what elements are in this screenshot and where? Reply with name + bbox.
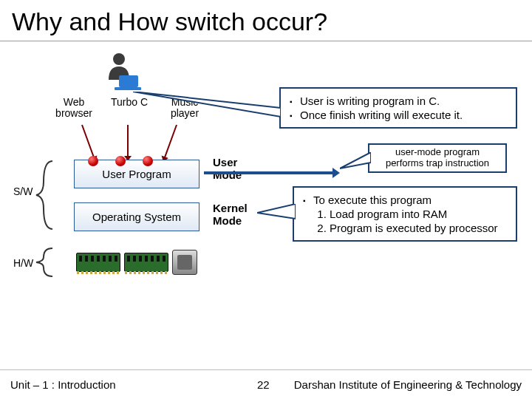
footer-institute: Darshan Institute of Engineering & Techn… xyxy=(294,378,522,391)
arrow-turbo-to-box xyxy=(127,125,129,157)
svg-marker-4 xyxy=(340,152,371,168)
box-user-program-label: User Program xyxy=(102,168,171,180)
arrow-music-to-box xyxy=(164,125,177,159)
ram-icon xyxy=(76,253,120,272)
app-web-browser: Web browser xyxy=(52,97,96,120)
callout-text: To execute this program xyxy=(303,194,510,206)
box-user-program: User Program xyxy=(74,160,200,188)
svg-marker-3 xyxy=(133,92,281,117)
callout-trap: user-mode program performs trap instruct… xyxy=(368,143,507,173)
callout-text: Once finish writing will execute it. xyxy=(290,109,510,121)
user-at-laptop-icon xyxy=(100,50,144,95)
callout-text: performs trap instruction xyxy=(375,158,499,169)
dot-icon xyxy=(88,156,98,166)
box-operating-system: Operating System xyxy=(74,202,200,231)
footer: Unit – 1 : Introduction 22 Darshan Insti… xyxy=(0,369,532,399)
footer-unit: Unit – 1 : Introduction xyxy=(10,378,116,391)
callout-execute: To execute this program Load program int… xyxy=(293,186,517,242)
diagram-stage: Web browser Turbo C Music player User Pr… xyxy=(0,41,532,359)
ram-icon xyxy=(124,253,168,272)
page-title: Why and How switch occur? xyxy=(0,0,532,41)
callout-text: User is writing program in C. xyxy=(290,95,510,107)
label-user-mode: User Mode xyxy=(213,157,254,181)
callout-writing-c: User is writing program in C. Once finis… xyxy=(279,87,517,129)
brace-sw-icon xyxy=(33,160,55,231)
callout-text: Load program into RAM xyxy=(330,208,510,220)
callout-tail-icon xyxy=(257,204,296,223)
cpu-icon xyxy=(172,250,197,275)
svg-rect-2 xyxy=(115,87,141,90)
footer-page: 22 xyxy=(257,378,270,391)
label-kernel-mode: Kernel Mode xyxy=(213,202,254,227)
callout-tail-icon xyxy=(133,92,281,121)
callout-tail-icon xyxy=(340,152,371,171)
brace-hw-icon xyxy=(33,247,55,278)
svg-rect-1 xyxy=(119,75,138,87)
hardware-row xyxy=(74,247,200,278)
callout-text: Program is executed by processor xyxy=(330,222,510,234)
label-sw: S/W xyxy=(13,185,33,197)
svg-marker-5 xyxy=(257,204,296,219)
arrow-web-to-box xyxy=(81,125,95,159)
dot-icon xyxy=(143,156,153,166)
svg-point-0 xyxy=(113,53,125,65)
arrow-long-icon xyxy=(204,171,334,174)
callout-text: user-mode program xyxy=(375,147,499,158)
dot-icon xyxy=(115,156,126,166)
label-hw: H/W xyxy=(13,257,33,269)
